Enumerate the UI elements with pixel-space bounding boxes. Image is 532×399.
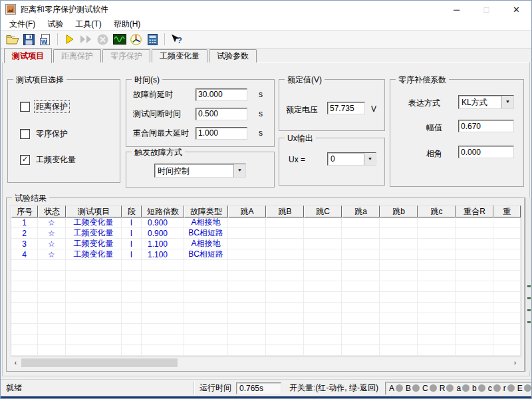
checkbox-zero-seq-protection[interactable]: 零序保护 xyxy=(20,128,69,139)
table-cell xyxy=(418,260,456,271)
checkbox-box[interactable]: ✓ xyxy=(20,155,30,165)
table-cell xyxy=(122,334,142,345)
checkbox-distance-protection[interactable]: 距离保护 xyxy=(20,101,69,112)
calculator-icon[interactable] xyxy=(144,32,161,47)
column-header[interactable]: 跳a xyxy=(342,205,380,217)
magnitude-input[interactable] xyxy=(458,120,514,132)
column-header[interactable]: 序号 xyxy=(11,205,38,217)
tab-test-params[interactable]: 试验参数 xyxy=(209,49,257,63)
trigger-mode-select[interactable]: 时间控制 ▼ xyxy=(154,164,246,178)
table-cell xyxy=(380,345,418,356)
column-header[interactable]: 状态 xyxy=(38,205,66,217)
save-icon[interactable] xyxy=(21,32,37,47)
table-cell xyxy=(11,260,38,271)
scroll-right-icon[interactable]: › xyxy=(510,358,520,368)
checkbox-box[interactable] xyxy=(20,102,30,112)
rated-voltage-input[interactable] xyxy=(327,102,365,114)
table-cell xyxy=(66,324,122,334)
table-cell xyxy=(38,260,66,271)
chevron-down-icon[interactable]: ▼ xyxy=(233,164,245,177)
table-cell xyxy=(456,217,493,228)
column-header[interactable]: 测试项目 xyxy=(66,205,122,217)
waveform-icon[interactable] xyxy=(111,32,128,47)
open-icon[interactable] xyxy=(4,32,21,47)
table-row[interactable]: 1☆工频变化量I0.900A相接地 xyxy=(11,217,521,228)
angle-input[interactable] xyxy=(458,146,514,158)
scroll-left-icon[interactable]: ‹ xyxy=(11,358,21,368)
checkbox-box[interactable] xyxy=(20,129,30,139)
table-cell xyxy=(66,292,122,303)
title-bar[interactable]: 距离和零序保护测试软件 ─ □ ✕ xyxy=(1,1,531,18)
field-input[interactable] xyxy=(196,127,247,140)
field-input[interactable] xyxy=(196,108,247,120)
context-help-icon[interactable]: ? xyxy=(168,32,185,47)
table-cell xyxy=(418,313,456,324)
column-header[interactable]: 故障类型 xyxy=(184,205,228,217)
table-row[interactable]: 2☆工频变化量I0.900BC相短路 xyxy=(11,228,521,239)
table-cell xyxy=(228,239,266,249)
table-cell xyxy=(142,271,184,281)
tab-power-freq-change[interactable]: 工频变化量 xyxy=(152,49,207,63)
table-cell xyxy=(38,281,66,292)
field-unit: s xyxy=(259,109,263,118)
chevron-down-icon[interactable]: ▼ xyxy=(364,153,376,165)
table-cell xyxy=(418,334,456,345)
table-cell xyxy=(11,334,38,345)
table-cell xyxy=(380,271,418,281)
phasor-icon[interactable] xyxy=(128,32,144,47)
table-cell xyxy=(184,260,228,271)
table-cell xyxy=(380,324,418,334)
column-header[interactable]: 跳b xyxy=(380,205,418,217)
table-row[interactable]: 4☆工频变化量I1.100BC相短路 xyxy=(11,249,521,260)
table-cell xyxy=(228,313,266,324)
menu-help[interactable]: 帮助(H) xyxy=(108,18,147,31)
group-title: 零序补偿系数 xyxy=(396,74,449,86)
chevron-down-icon[interactable]: ▼ xyxy=(501,96,513,108)
table-empty-row xyxy=(11,303,521,313)
column-header[interactable]: 重 xyxy=(493,205,521,217)
table-cell xyxy=(228,271,266,281)
expression-select[interactable]: KL方式 ▼ xyxy=(458,95,514,109)
column-header[interactable]: 段 xyxy=(122,205,142,217)
horizontal-scrollbar[interactable]: ‹ › xyxy=(11,358,520,368)
table-row[interactable]: 3☆工频变化量I1.100A相接地 xyxy=(11,239,521,249)
checkbox-power-freq-change[interactable]: ✓工频变化量 xyxy=(20,154,77,165)
column-header[interactable]: 跳B xyxy=(266,205,304,217)
table-cell xyxy=(304,239,342,249)
indicator-b: b xyxy=(472,384,485,393)
table-cell xyxy=(456,313,493,324)
export-word-icon[interactable]: W xyxy=(37,32,54,47)
results-table: 序号状态测试项目段短路倍数故障类型跳A跳B跳C跳a跳b跳c重合R重1☆工频变化量… xyxy=(11,205,521,356)
tab-test-items[interactable]: 测试项目 xyxy=(4,48,52,63)
group-title: 时间(s) xyxy=(132,74,162,86)
table-cell xyxy=(38,303,66,313)
indicator-dot xyxy=(507,384,515,392)
start-test-icon[interactable] xyxy=(61,32,78,47)
table-empty-row xyxy=(11,345,521,356)
column-header[interactable]: 跳A xyxy=(228,205,266,217)
field-input[interactable] xyxy=(196,88,247,101)
menu-file[interactable]: 文件(F) xyxy=(3,18,41,31)
table-cell xyxy=(11,324,38,334)
table-cell xyxy=(142,260,184,271)
column-header[interactable]: 重合R xyxy=(456,205,493,217)
close-button[interactable]: ✕ xyxy=(501,1,531,18)
ux-select[interactable]: 0 ▼ xyxy=(327,152,376,166)
vertical-scroll-strip[interactable] xyxy=(525,198,532,372)
table-cell xyxy=(493,292,521,303)
table-cell xyxy=(342,345,380,356)
minimize-button[interactable]: ─ xyxy=(442,1,471,18)
table-cell xyxy=(266,239,304,249)
column-header[interactable]: 跳c xyxy=(418,205,456,217)
table-cell: I xyxy=(122,239,142,249)
column-header[interactable]: 跳C xyxy=(304,205,342,217)
menu-test[interactable]: 试验 xyxy=(41,18,69,31)
menu-tools[interactable]: 工具(T) xyxy=(69,18,107,31)
table-cell xyxy=(142,281,184,292)
table-cell xyxy=(266,217,304,228)
table-cell xyxy=(456,292,493,303)
table-cell xyxy=(228,249,266,260)
table-cell: 工频变化量 xyxy=(66,249,122,260)
column-header[interactable]: 短路倍数 xyxy=(142,205,184,217)
scrollbar-thumb[interactable] xyxy=(21,358,178,367)
